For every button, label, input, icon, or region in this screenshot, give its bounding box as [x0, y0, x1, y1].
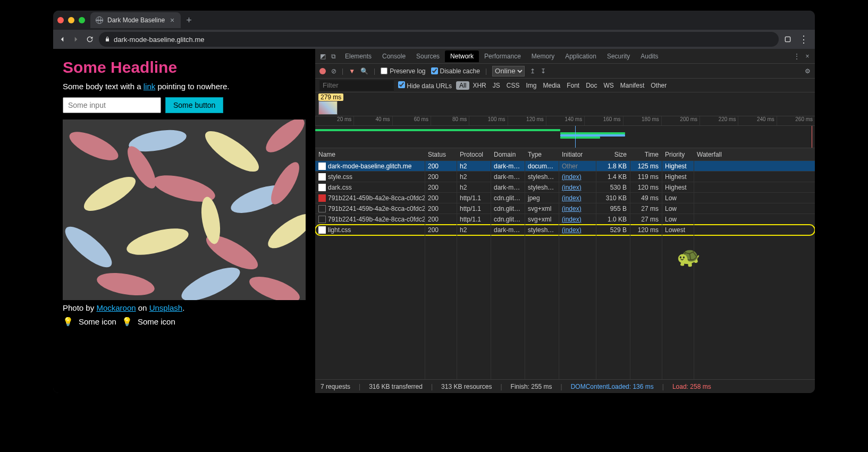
settings-icon[interactable]: ⚙	[805, 67, 811, 75]
panel-tab-audits[interactable]: Audits	[635, 50, 663, 62]
inspect-icon[interactable]: ◩	[318, 52, 327, 61]
panel-tab-security[interactable]: Security	[602, 50, 635, 62]
demo-button[interactable]: Some button	[165, 97, 223, 113]
filter-bar: Hide data URLs AllXHRJSCSSImgMediaFontDo…	[315, 79, 815, 92]
caption-author-link[interactable]: Mockaroon	[96, 303, 136, 312]
url-text: dark-mode-baseline.glitch.me	[114, 36, 205, 44]
overview-strip[interactable]: 279 ms	[315, 92, 815, 116]
hero-image	[63, 120, 306, 300]
table-row[interactable]: dark-mode-baseline.glitch.me200h2dark-mo…	[315, 161, 815, 172]
filter-input[interactable]	[319, 80, 394, 91]
devtools: ◩ ⧉ ElementsConsoleSourcesNetworkPerform…	[315, 49, 815, 393]
device-icon[interactable]: ⧉	[329, 52, 338, 61]
panel-tab-sources[interactable]: Sources	[411, 50, 445, 62]
close-tab-icon[interactable]: ×	[169, 16, 175, 24]
minimize-window[interactable]	[68, 17, 74, 23]
bulb-icon: 💡	[122, 317, 132, 327]
type-filter-css[interactable]: CSS	[503, 81, 523, 90]
overview-badge: 279 ms	[318, 93, 343, 101]
type-filter-all[interactable]: All	[456, 81, 469, 90]
page-content: Some Headline Some body text with a link…	[53, 49, 315, 393]
window-controls	[57, 17, 85, 23]
table-row[interactable]: 791b2241-459b-4a2e-8cca-c0fdc2…200http/1…	[315, 203, 815, 214]
reload-button[interactable]	[85, 35, 95, 44]
devtools-tabs: ◩ ⧉ ElementsConsoleSourcesNetworkPerform…	[315, 49, 815, 64]
bulb-icon: 💡	[63, 317, 73, 327]
table-row[interactable]: 791b2241-459b-4a2e-8cca-c0fdc2…200http/1…	[315, 214, 815, 225]
turtle-emoji: 🐢	[677, 246, 701, 268]
panel-tab-memory[interactable]: Memory	[526, 50, 560, 62]
network-table: Name Status Protocol Domain Type Initiat…	[315, 148, 815, 379]
timeline-bars	[315, 126, 815, 148]
type-filter-xhr[interactable]: XHR	[469, 81, 489, 90]
type-filter-js[interactable]: JS	[490, 81, 503, 90]
devtools-menu[interactable]: ⋮	[793, 52, 801, 61]
panel-tab-application[interactable]: Application	[560, 50, 602, 62]
caption-site-link[interactable]: Unsplash	[149, 303, 183, 312]
type-filter-ws[interactable]: WS	[601, 81, 617, 90]
clear-button[interactable]: ⊘	[331, 67, 336, 75]
table-row[interactable]: 791b2241-459b-4a2e-8cca-c0fdc2…200http/1…	[315, 193, 815, 203]
disable-cache[interactable]: Disable cache	[431, 67, 480, 75]
panel-tab-elements[interactable]: Elements	[340, 50, 377, 62]
upload-icon[interactable]: ↥	[530, 67, 535, 75]
page-headline: Some Headline	[63, 58, 306, 76]
record-button[interactable]	[319, 68, 326, 74]
type-filter-doc[interactable]: Doc	[583, 81, 600, 90]
preserve-log[interactable]: Preserve log	[381, 67, 425, 75]
back-button[interactable]	[57, 35, 67, 44]
type-filter-font[interactable]: Font	[563, 81, 583, 90]
close-window[interactable]	[57, 17, 64, 23]
tab-title: Dark Mode Baseline	[107, 16, 165, 24]
footer-finish: Finish: 255 ms	[511, 383, 552, 390]
type-filter-media[interactable]: Media	[540, 81, 563, 90]
network-footer: 7 requests | 316 KB transferred | 313 KB…	[315, 379, 815, 393]
table-row[interactable]: light.css200h2dark-mo…stylesheet(index)5…	[315, 225, 815, 235]
network-toolbar: ⊘ | ▼ 🔍 | Preserve log Disable cache | O…	[315, 64, 815, 79]
type-filter-manifest[interactable]: Manifest	[617, 81, 647, 90]
body-link[interactable]: link	[144, 82, 156, 91]
extension-icon[interactable]	[783, 35, 793, 44]
footer-transferred: 316 KB transferred	[369, 383, 423, 390]
icon-label-1: Some icon	[79, 317, 116, 326]
time-ruler: 20 ms40 ms60 ms80 ms100 ms120 ms140 ms16…	[315, 116, 815, 126]
tab-strip: Dark Mode Baseline × +	[53, 11, 815, 30]
icons-row: 💡 Some icon 💡 Some icon	[63, 317, 306, 327]
throttle-select[interactable]: Online	[492, 66, 525, 76]
panel-tab-console[interactable]: Console	[377, 50, 411, 62]
table-row[interactable]: style.css200h2dark-mo…stylesheet(index)1…	[315, 172, 815, 182]
table-row[interactable]: dark.css200h2dark-mo…stylesheet(index)53…	[315, 182, 815, 193]
footer-load: Load: 258 ms	[672, 383, 711, 390]
demo-input[interactable]	[63, 97, 161, 113]
address-bar[interactable]: dark-mode-baseline.glitch.me	[99, 32, 779, 47]
overview-thumbnail	[318, 101, 338, 115]
footer-dcl: DOMContentLoaded: 136 ms	[571, 383, 654, 390]
type-filter-img[interactable]: Img	[523, 81, 540, 90]
lock-icon	[104, 36, 111, 42]
forward-button[interactable]	[71, 35, 81, 44]
footer-resources: 313 KB resources	[441, 383, 492, 390]
page-body: Some body text with a link pointing to n…	[63, 82, 306, 91]
panel-tab-network[interactable]: Network	[445, 50, 479, 62]
browser-window: Dark Mode Baseline × + dark-mode-baselin…	[53, 11, 815, 393]
footer-requests: 7 requests	[321, 383, 350, 390]
download-icon[interactable]: ↧	[541, 67, 546, 75]
browser-tab[interactable]: Dark Mode Baseline ×	[90, 12, 181, 28]
type-filter-other[interactable]: Other	[647, 81, 670, 90]
caption: Photo by Mockaroon on Unsplash.	[63, 303, 306, 312]
table-header: Name Status Protocol Domain Type Initiat…	[315, 148, 815, 161]
new-tab-button[interactable]: +	[186, 15, 192, 26]
filter-icon[interactable]: ▼	[349, 67, 355, 75]
browser-menu[interactable]: ⋮	[797, 33, 811, 45]
svg-rect-0	[785, 37, 790, 41]
hide-data-urls[interactable]: Hide data URLs	[398, 81, 452, 90]
globe-icon	[96, 16, 103, 24]
browser-toolbar: dark-mode-baseline.glitch.me ⋮	[53, 30, 815, 49]
maximize-window[interactable]	[79, 17, 85, 23]
panel-tab-performance[interactable]: Performance	[479, 50, 526, 62]
close-devtools[interactable]: ×	[803, 52, 812, 61]
icon-label-2: Some icon	[138, 317, 175, 326]
search-icon[interactable]: 🔍	[360, 67, 368, 75]
